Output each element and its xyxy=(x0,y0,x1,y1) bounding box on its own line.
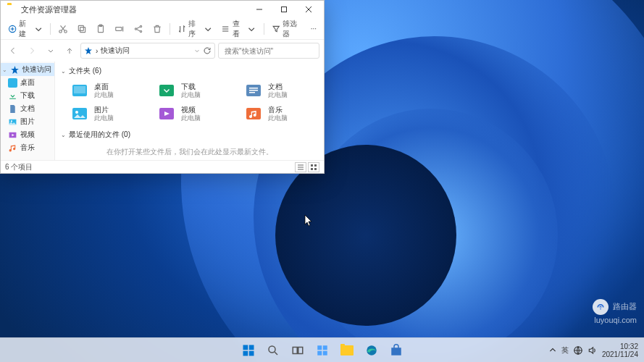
svg-rect-37 xyxy=(248,350,254,355)
svg-point-14 xyxy=(11,120,12,122)
svg-rect-42 xyxy=(322,345,327,350)
sidebar-documents[interactable]: 文档 xyxy=(1,102,54,115)
status-text: 6 个项目 xyxy=(5,162,33,172)
clock[interactable]: 10:32 2021/11/24 xyxy=(602,342,638,358)
svg-rect-8 xyxy=(116,27,122,30)
view-label: 查看 xyxy=(233,19,246,39)
watermark-brand: 路由器 xyxy=(613,301,637,312)
folder-icon xyxy=(70,80,90,101)
taskview-button[interactable] xyxy=(287,340,309,361)
svg-rect-39 xyxy=(293,347,297,353)
close-button[interactable] xyxy=(296,1,321,18)
svg-rect-43 xyxy=(317,350,322,355)
minimize-button[interactable] xyxy=(247,1,272,18)
titlebar[interactable]: 文件资源管理器 xyxy=(1,1,324,18)
svg-rect-35 xyxy=(248,345,254,350)
folder-桌面[interactable]: 桌面此电脑 xyxy=(70,80,142,101)
recent-empty-text: 在你打开某些文件后，我们会在此处显示最新文件。 xyxy=(61,141,318,160)
start-button[interactable] xyxy=(238,340,259,361)
crumb-quick-access[interactable]: 快速访问 xyxy=(101,46,130,56)
store-button[interactable] xyxy=(385,340,407,361)
sort-label: 排序 xyxy=(188,19,201,39)
recent-group-header[interactable]: ⌄最近使用的文件 (0) xyxy=(61,128,318,141)
cut-button[interactable] xyxy=(55,22,71,35)
svg-rect-32 xyxy=(311,168,313,170)
folder-name: 下载 xyxy=(181,83,201,91)
sidebar-quick-access[interactable]: ⌄快速访问 xyxy=(1,63,54,76)
svg-point-38 xyxy=(269,346,275,353)
forward-button[interactable] xyxy=(24,43,40,59)
svg-point-27 xyxy=(75,111,78,114)
folder-视频[interactable]: 视频此电脑 xyxy=(156,104,229,124)
search-box[interactable] xyxy=(218,43,319,59)
sidebar-pictures[interactable]: 图片 xyxy=(1,115,54,128)
svg-rect-41 xyxy=(317,345,322,350)
volume-icon[interactable] xyxy=(587,345,598,355)
view-button[interactable]: 查看 xyxy=(218,17,259,41)
folder-下载[interactable]: 下载此电脑 xyxy=(156,80,229,101)
delete-button[interactable] xyxy=(149,22,165,35)
share-button[interactable] xyxy=(130,22,146,35)
back-button[interactable] xyxy=(5,43,21,59)
folder-icon xyxy=(70,104,90,124)
search-input[interactable] xyxy=(225,47,317,55)
folder-sub: 此电脑 xyxy=(94,114,114,122)
svg-rect-36 xyxy=(243,350,248,355)
navbar: › 快速访问 xyxy=(1,40,324,62)
folder-name: 文档 xyxy=(268,83,288,91)
network-icon[interactable] xyxy=(573,345,583,355)
folder-sub: 此电脑 xyxy=(268,114,288,122)
rename-button[interactable] xyxy=(112,22,127,35)
svg-point-11 xyxy=(141,30,142,32)
new-label: 新建 xyxy=(19,19,32,39)
file-explorer-window: 文件资源管理器 新建 排序 查看 筛选器 xyxy=(0,0,325,174)
folder-图片[interactable]: 图片此电脑 xyxy=(70,104,142,124)
new-button[interactable]: 新建 xyxy=(5,17,46,41)
refresh-icon[interactable] xyxy=(203,46,212,55)
address-bar[interactable]: › 快速访问 xyxy=(80,43,215,59)
svg-rect-33 xyxy=(314,168,317,170)
svg-rect-31 xyxy=(314,164,317,167)
svg-rect-0 xyxy=(282,7,287,12)
svg-rect-44 xyxy=(322,350,327,355)
folders-group-header[interactable]: ⌄文件夹 (6) xyxy=(61,64,318,77)
recent-dropdown[interactable] xyxy=(43,43,59,59)
sidebar-videos[interactable]: 视频 xyxy=(1,128,54,141)
more-button[interactable]: ··· xyxy=(308,23,319,34)
svg-rect-34 xyxy=(243,345,248,350)
svg-point-10 xyxy=(141,25,142,27)
svg-rect-21 xyxy=(159,85,174,96)
svg-rect-20 xyxy=(74,86,85,93)
ime-indicator[interactable]: 英 xyxy=(561,345,569,355)
explorer-taskbar-button[interactable] xyxy=(336,340,358,361)
svg-rect-4 xyxy=(80,27,85,32)
folder-sub: 此电脑 xyxy=(268,91,288,98)
status-bar: 6 个项目 xyxy=(1,160,324,173)
sidebar-music[interactable]: 音乐 xyxy=(1,141,54,154)
sidebar-desktop[interactable]: 桌面 xyxy=(1,76,54,89)
search-taskbar-button[interactable] xyxy=(262,340,284,361)
copy-button[interactable] xyxy=(74,22,90,35)
sort-button[interactable]: 排序 xyxy=(175,17,215,41)
toolbar: 新建 排序 查看 筛选器 ··· xyxy=(1,18,324,40)
tray-chevron-up-icon[interactable] xyxy=(548,346,557,355)
star-icon xyxy=(84,46,93,55)
filter-button[interactable]: 筛选器 xyxy=(269,17,305,41)
filter-label: 筛选器 xyxy=(283,19,302,39)
svg-rect-23 xyxy=(249,88,258,89)
maximize-button[interactable] xyxy=(272,1,296,18)
paste-button[interactable] xyxy=(93,22,109,35)
edge-button[interactable] xyxy=(361,340,382,361)
widgets-button[interactable] xyxy=(311,340,333,361)
details-view-button[interactable] xyxy=(295,162,306,172)
sidebar: ⌄快速访问 桌面 下载 文档 图片 视频 音乐 ›OneDrive ›此电脑 ›… xyxy=(1,62,55,160)
thumbnails-view-button[interactable] xyxy=(308,162,319,172)
folder-音乐[interactable]: 音乐此电脑 xyxy=(243,104,316,124)
sidebar-downloads[interactable]: 下载 xyxy=(1,89,54,102)
folder-sub: 此电脑 xyxy=(94,91,114,98)
folder-文档[interactable]: 文档此电脑 xyxy=(243,80,316,101)
up-button[interactable] xyxy=(62,43,78,59)
taskbar[interactable]: 英 10:32 2021/11/24 xyxy=(0,337,644,362)
system-tray[interactable]: 英 10:32 2021/11/24 xyxy=(543,342,644,358)
chevron-down-icon[interactable] xyxy=(194,48,200,54)
